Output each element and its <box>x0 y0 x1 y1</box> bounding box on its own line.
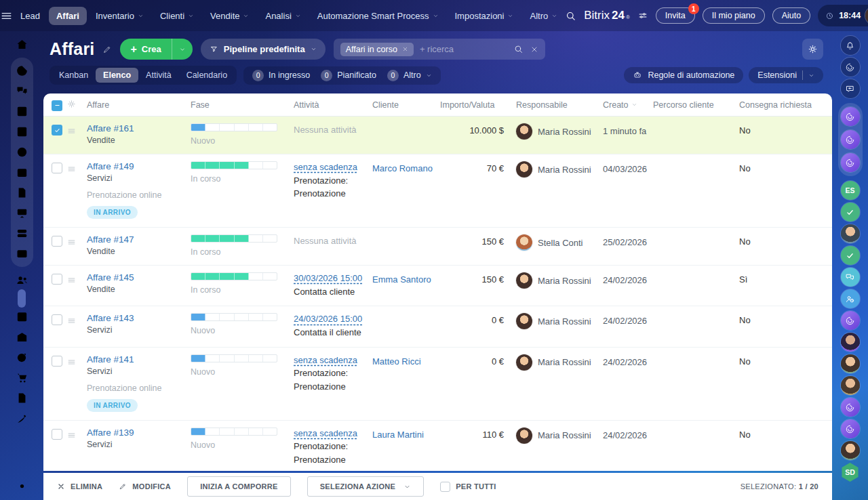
tune-icon[interactable] <box>637 10 648 21</box>
client-link[interactable]: Matteo Ricci <box>372 354 421 368</box>
select-action-dropdown[interactable]: Seleziona azione <box>307 476 425 497</box>
column-header-creato[interactable]: Creato <box>603 100 653 110</box>
deal-link[interactable]: Affare #143 <box>87 313 134 323</box>
stage-bar[interactable] <box>191 354 277 362</box>
search-icon[interactable] <box>565 10 576 22</box>
nav-item-impostazioni[interactable]: Impostazioni <box>448 7 521 25</box>
nav-item-altro[interactable]: Altro <box>522 7 565 25</box>
search-icon[interactable] <box>513 44 524 54</box>
time-tracker[interactable]: 18:44 <box>818 5 868 26</box>
filter-chip[interactable]: Affari in corso <box>340 43 414 56</box>
deal-link[interactable]: Affare #149 <box>87 161 134 171</box>
my-plan-button[interactable]: Il mio piano <box>703 7 765 24</box>
check-circle-icon[interactable] <box>841 203 860 222</box>
sidebar-item-esign-icon[interactable] <box>15 391 29 405</box>
avatar-sd[interactable]: SD <box>841 463 860 482</box>
check-circle-icon[interactable] <box>841 246 860 265</box>
row-checkbox[interactable] <box>52 125 62 136</box>
sidebar-item-shop-icon[interactable] <box>15 371 29 385</box>
nav-item-vendite[interactable]: Vendite <box>203 7 256 25</box>
remove-filter-icon[interactable] <box>402 46 408 52</box>
responsible-avatar[interactable] <box>516 272 532 289</box>
copilot-circle-icon[interactable] <box>841 311 860 330</box>
column-header-responsabile[interactable]: Responsabile <box>516 100 603 110</box>
responsible-avatar[interactable] <box>516 161 532 178</box>
sidebar-item-feed-icon[interactable] <box>15 104 29 119</box>
row-checkbox[interactable] <box>52 429 62 440</box>
copilot-circle-icon[interactable] <box>841 419 860 438</box>
copilot-circle-icon[interactable] <box>841 153 860 172</box>
row-drag-handle[interactable] <box>66 354 87 369</box>
page-settings-button[interactable] <box>802 39 823 60</box>
nav-item-inventario[interactable]: Inventario <box>88 7 151 25</box>
tab-attività[interactable]: Attività <box>138 68 179 83</box>
copilot-circle-icon[interactable] <box>841 107 860 126</box>
row-drag-handle[interactable] <box>66 234 87 249</box>
bitrix24-logo[interactable]: Bitrix 24 ® <box>584 9 630 22</box>
deal-link[interactable]: Affare #147 <box>87 234 134 245</box>
nav-item-affari[interactable]: Affari <box>49 7 87 25</box>
row-checkbox[interactable] <box>52 274 62 285</box>
deal-link[interactable]: Affare #139 <box>87 428 134 438</box>
nav-item-analisi[interactable]: Analisi <box>258 7 308 25</box>
stage-bar[interactable] <box>191 272 277 280</box>
sidebar-item-drive-icon[interactable] <box>15 226 29 241</box>
for-all-checkbox[interactable] <box>440 482 450 492</box>
user-avatar[interactable] <box>865 7 868 24</box>
column-header-affare[interactable]: Affare <box>87 100 191 110</box>
column-header-fase[interactable]: Fase <box>191 100 294 110</box>
responsible-avatar[interactable] <box>516 234 532 251</box>
user-avatar[interactable] <box>841 376 860 395</box>
sidebar-item-calendar-icon[interactable] <box>15 165 29 180</box>
client-link[interactable]: Laura Martini <box>372 428 424 441</box>
nav-item-lead[interactable]: Lead <box>13 7 47 25</box>
sidebar-item-warehouse-icon[interactable] <box>15 330 29 344</box>
column-header-cliente[interactable]: Cliente <box>372 100 440 110</box>
column-header-consegna-richiesta[interactable]: Consegna richiesta <box>739 100 832 110</box>
responsible-avatar[interactable] <box>516 354 532 371</box>
create-button[interactable]: + Crea <box>120 39 192 60</box>
grid-settings-gear-icon[interactable] <box>66 99 77 109</box>
sidebar-item-signature-icon[interactable] <box>15 411 29 425</box>
row-checkbox[interactable] <box>52 314 62 325</box>
responsible-avatar[interactable] <box>516 313 532 329</box>
bell-circle-icon[interactable] <box>841 36 860 55</box>
sidebar-item-copilot-icon[interactable] <box>15 64 29 78</box>
sidebar-item-home-icon[interactable] <box>15 37 29 51</box>
for-all-toggle[interactable]: Per tutti <box>440 482 496 492</box>
row-drag-handle[interactable] <box>66 428 87 442</box>
copilot-circle-icon[interactable] <box>841 58 860 77</box>
column-header-percorso-cliente[interactable]: Percorso cliente <box>653 100 739 110</box>
history-circle-icon[interactable] <box>841 79 860 98</box>
sidebar-item-tasks-icon[interactable] <box>15 125 29 139</box>
counter-pianificato[interactable]: 0Pianificato <box>321 70 376 81</box>
deal-link[interactable]: Affare #145 <box>87 272 134 283</box>
row-drag-handle[interactable] <box>66 313 87 328</box>
clear-search-icon[interactable] <box>530 45 538 54</box>
hamburger-menu-button[interactable] <box>0 9 13 22</box>
select-all-checkbox[interactable] <box>52 100 62 111</box>
row-drag-handle[interactable] <box>66 161 87 176</box>
activity-link[interactable]: senza scadenza <box>294 355 357 365</box>
automation-rules-button[interactable]: Regole di automazione <box>624 67 743 83</box>
messenger-circle-icon[interactable] <box>841 268 860 287</box>
sidebar-item-workgroups-icon[interactable] <box>15 145 29 159</box>
activity-link[interactable]: senza scadenza <box>294 162 357 172</box>
activity-link[interactable]: senza scadenza <box>294 428 357 438</box>
search-filter-input[interactable]: Affari in corso + ricerca <box>334 39 545 60</box>
column-header-importo-valuta[interactable]: Importo/Valuta <box>440 100 516 110</box>
row-checkbox[interactable] <box>52 236 62 247</box>
avatar-es[interactable]: ES <box>841 181 860 200</box>
edit-button[interactable]: Modifica <box>119 482 171 491</box>
sidebar-item-analytics-icon[interactable] <box>15 432 29 446</box>
copilot-circle-icon[interactable] <box>841 130 860 149</box>
column-header-attivit-[interactable]: Attività <box>294 100 372 110</box>
row-drag-handle[interactable] <box>66 272 87 287</box>
create-dropdown[interactable] <box>172 39 193 60</box>
delete-button[interactable]: Elimina <box>57 482 102 491</box>
deal-link[interactable]: Affare #141 <box>87 354 134 364</box>
stage-bar[interactable] <box>191 428 277 436</box>
stage-bar[interactable] <box>191 313 277 321</box>
edit-title-icon[interactable] <box>102 45 112 54</box>
stage-bar[interactable] <box>191 161 277 169</box>
